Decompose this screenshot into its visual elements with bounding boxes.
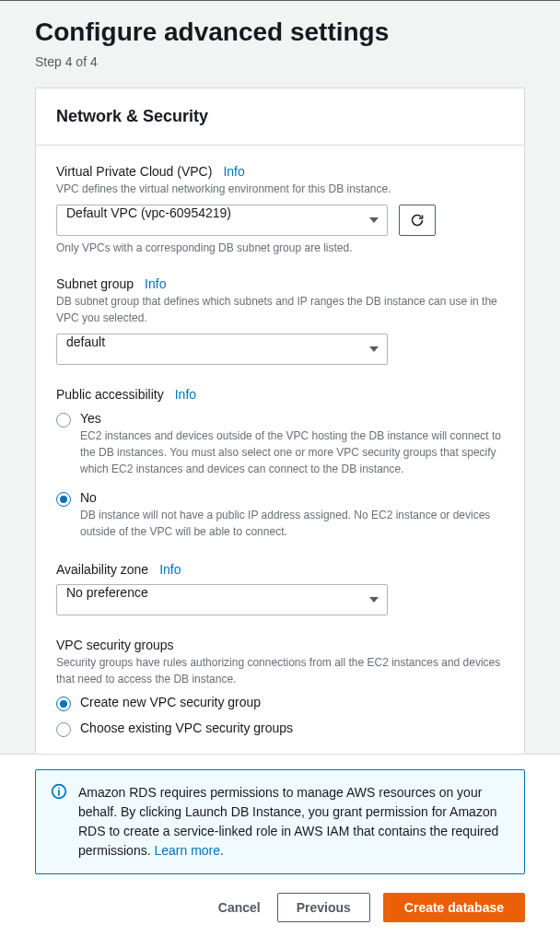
radio-button[interactable] bbox=[56, 722, 71, 737]
network-security-card: Network & Security Virtual Private Cloud… bbox=[35, 88, 525, 756]
availability-zone-field: Availability zone Info No preference bbox=[56, 562, 504, 615]
permissions-info-box: Amazon RDS requires permissions to manag… bbox=[35, 769, 525, 874]
radio-description: EC2 instances and devices outside of the… bbox=[80, 428, 504, 477]
radio-description: DB instance will not have a public IP ad… bbox=[80, 507, 504, 540]
subnet-label: Subnet group bbox=[56, 276, 134, 291]
card-body: Virtual Private Cloud (VPC) Info VPC def… bbox=[36, 146, 524, 755]
sg-choose-existing-option[interactable]: Choose existing VPC security groups bbox=[56, 720, 504, 737]
radio-button[interactable] bbox=[56, 413, 71, 428]
radio-button[interactable] bbox=[56, 697, 71, 711]
public-access-no-option[interactable]: No DB instance will not have a public IP… bbox=[56, 490, 504, 540]
az-select[interactable]: No preference bbox=[56, 584, 388, 615]
radio-label: No bbox=[80, 490, 504, 505]
sg-label: VPC security groups bbox=[56, 638, 174, 652]
radio-label: Create new VPC security group bbox=[80, 695, 504, 709]
page-title: Configure advanced settings bbox=[0, 1, 560, 54]
vpc-refresh-button[interactable] bbox=[399, 205, 436, 236]
vpc-label: Virtual Private Cloud (VPC) bbox=[56, 164, 212, 179]
radio-label: Choose existing VPC security groups bbox=[80, 720, 504, 735]
card-title: Network & Security bbox=[56, 107, 504, 126]
previous-button[interactable]: Previous bbox=[277, 893, 370, 922]
permissions-body: Amazon RDS requires permissions to manag… bbox=[78, 785, 498, 858]
vpc-description: VPC defines the virtual networking envir… bbox=[56, 181, 504, 197]
create-database-button[interactable]: Create database bbox=[383, 893, 525, 922]
footer-bar: Amazon RDS requires permissions to manag… bbox=[0, 754, 560, 937]
radio-label: Yes bbox=[80, 411, 504, 426]
cancel-button[interactable]: Cancel bbox=[215, 893, 264, 922]
public-access-info-link[interactable]: Info bbox=[175, 387, 196, 402]
az-info-link[interactable]: Info bbox=[159, 562, 181, 577]
learn-more-link[interactable]: Learn more bbox=[154, 843, 220, 858]
public-access-label: Public accessibility bbox=[56, 387, 164, 402]
vpc-field: Virtual Private Cloud (VPC) Info VPC def… bbox=[56, 164, 504, 254]
az-label: Availability zone bbox=[56, 562, 148, 577]
subnet-select[interactable]: default bbox=[56, 334, 388, 365]
public-access-yes-option[interactable]: Yes EC2 instances and devices outside of… bbox=[56, 411, 504, 477]
permissions-text: Amazon RDS requires permissions to manag… bbox=[78, 783, 509, 861]
refresh-icon bbox=[410, 213, 425, 228]
sg-create-new-option[interactable]: Create new VPC security group bbox=[56, 695, 504, 711]
radio-button[interactable] bbox=[56, 492, 71, 507]
security-groups-field: VPC security groups Security groups have… bbox=[56, 638, 504, 737]
step-indicator: Step 4 of 4 bbox=[0, 54, 560, 88]
subnet-field: Subnet group Info DB subnet group that d… bbox=[56, 276, 504, 365]
card-header: Network & Security bbox=[36, 88, 524, 146]
public-access-field: Public accessibility Info Yes EC2 instan… bbox=[56, 387, 504, 540]
info-icon bbox=[51, 783, 67, 800]
subnet-description: DB subnet group that defines which subne… bbox=[56, 293, 504, 326]
vpc-hint: Only VPCs with a corresponding DB subnet… bbox=[56, 241, 504, 254]
vpc-info-link[interactable]: Info bbox=[223, 164, 244, 179]
footer-actions: Cancel Previous Create database bbox=[35, 893, 525, 922]
sg-description: Security groups have rules authorizing c… bbox=[56, 654, 504, 687]
svg-point-2 bbox=[58, 787, 60, 789]
subnet-info-link[interactable]: Info bbox=[145, 276, 166, 291]
vpc-select[interactable]: Default VPC (vpc-60954219) bbox=[56, 205, 388, 236]
